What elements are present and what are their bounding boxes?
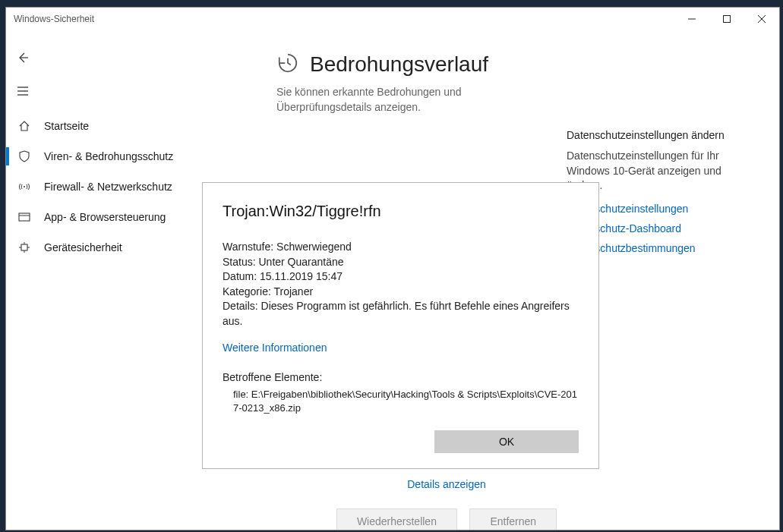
svg-rect-9 bbox=[19, 213, 30, 221]
shield-icon bbox=[18, 150, 44, 162]
window-icon bbox=[18, 211, 44, 223]
menu-button[interactable] bbox=[6, 74, 39, 108]
page-subtitle: Sie können erkannte Bedrohungen und Über… bbox=[276, 85, 550, 115]
right-title: Datenschutzeinstellungen ändern bbox=[567, 129, 756, 141]
details-label: Details: bbox=[223, 300, 258, 312]
affected-title: Betroffene Elemente: bbox=[223, 371, 579, 383]
details-value: Dieses Programm ist gefährlich. Es führt… bbox=[223, 300, 570, 327]
category-row: Kategorie: Trojaner bbox=[223, 285, 579, 300]
status-label: Status: bbox=[223, 256, 256, 268]
sidebar-item-label: Viren- & Bedrohungsschutz bbox=[44, 150, 173, 162]
back-button[interactable] bbox=[6, 41, 39, 74]
severity-row: Warnstufe: Schwerwiegend bbox=[223, 240, 579, 255]
minimize-button[interactable] bbox=[674, 8, 709, 30]
maximize-button[interactable] bbox=[709, 8, 744, 30]
more-info-link[interactable]: Weitere Informationen bbox=[223, 342, 327, 354]
remove-button[interactable]: Entfernen bbox=[469, 508, 557, 530]
page-title: Bedrohungsverlauf bbox=[310, 52, 488, 77]
date-value: 15.11.2019 15:47 bbox=[260, 270, 343, 282]
bottom-actions: Details anzeigen Wiederherstellen Entfer… bbox=[302, 478, 591, 530]
show-details-link[interactable]: Details anzeigen bbox=[302, 478, 591, 490]
window-title: Windows-Sicherheit bbox=[14, 14, 674, 24]
details-row: Details: Dieses Programm ist gefährlich.… bbox=[223, 299, 579, 329]
history-icon bbox=[276, 52, 299, 77]
sidebar-item-label: Gerätesicherheit bbox=[44, 241, 122, 253]
app-window: Windows-Sicherheit Startseite Viren- & B… bbox=[5, 7, 780, 530]
sidebar-item-label: Startseite bbox=[44, 120, 89, 132]
svg-rect-11 bbox=[21, 244, 27, 250]
sidebar-item-home[interactable]: Startseite bbox=[6, 111, 249, 141]
threat-dialog: Trojan:Win32/Tiggre!rfn Warnstufe: Schwe… bbox=[202, 182, 599, 469]
sidebar-item-label: Firewall- & Netzwerkschutz bbox=[44, 181, 172, 193]
affected-path: file: E:\Freigaben\bibliothek\Security\H… bbox=[233, 388, 579, 415]
sidebar-item-label: App- & Browsersteuerung bbox=[44, 211, 166, 223]
restore-button[interactable]: Wiederherstellen bbox=[336, 508, 457, 530]
category-label: Kategorie: bbox=[223, 285, 271, 297]
severity-label: Warnstufe: bbox=[223, 241, 273, 253]
sidebar-item-virus[interactable]: Viren- & Bedrohungsschutz bbox=[6, 141, 249, 172]
titlebar: Windows-Sicherheit bbox=[6, 8, 779, 30]
category-value: Trojaner bbox=[273, 285, 313, 297]
close-button[interactable] bbox=[744, 8, 779, 30]
date-label: Datum: bbox=[223, 270, 257, 282]
status-value: Unter Quarantäne bbox=[258, 256, 343, 268]
antenna-icon bbox=[18, 181, 44, 193]
chip-icon bbox=[18, 241, 44, 253]
date-row: Datum: 15.11.2019 15:47 bbox=[223, 269, 579, 285]
home-icon bbox=[18, 120, 44, 132]
window-body: Startseite Viren- & Bedrohungsschutz Fir… bbox=[6, 30, 779, 530]
page-header: Bedrohungsverlauf bbox=[276, 52, 749, 77]
svg-rect-1 bbox=[724, 16, 731, 23]
svg-point-8 bbox=[24, 186, 25, 187]
status-row: Status: Unter Quarantäne bbox=[223, 255, 579, 270]
ok-button[interactable]: OK bbox=[434, 430, 579, 453]
threat-name: Trojan:Win32/Tiggre!rfn bbox=[223, 203, 579, 220]
severity-value: Schwerwiegend bbox=[276, 241, 352, 253]
